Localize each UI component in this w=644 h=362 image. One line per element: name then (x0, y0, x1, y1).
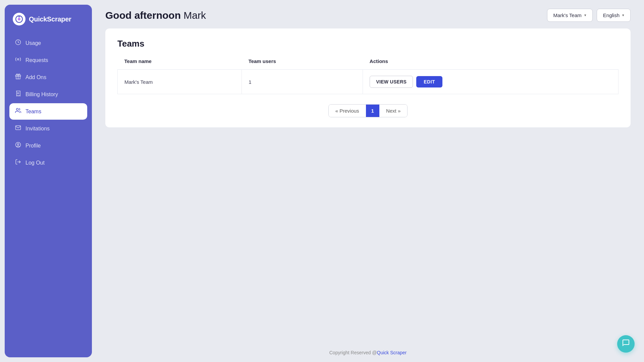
cell-actions: VIEW USERS EDIT (363, 70, 619, 94)
greeting-bold: Good afternoon (105, 10, 183, 21)
cell-team-users: 1 (242, 70, 363, 94)
next-button[interactable]: Next » (379, 105, 407, 117)
sidebar-item-invitations[interactable]: Invitations (9, 120, 87, 137)
col-team-name: Team name (118, 58, 242, 70)
view-users-button[interactable]: VIEW USERS (370, 76, 413, 88)
sidebar-item-usage-label: Usage (25, 40, 41, 46)
team-selector[interactable]: Mark's Team ▾ (547, 9, 593, 22)
chevron-down-icon: ▾ (584, 13, 586, 17)
gift-icon (15, 73, 21, 81)
clock-icon (15, 39, 21, 47)
sidebar-item-teams[interactable]: Teams (9, 103, 87, 120)
sidebar-item-billing[interactable]: Billing History (9, 86, 87, 103)
sidebar-item-addons[interactable]: Add Ons (9, 69, 87, 85)
chat-bubble[interactable] (617, 335, 635, 353)
team-selector-label: Mark's Team (553, 12, 582, 18)
sidebar-item-addons-label: Add Ons (25, 74, 46, 80)
svg-point-9 (16, 108, 18, 110)
sidebar-item-teams-label: Teams (25, 109, 41, 115)
sidebar-item-usage[interactable]: Usage (9, 35, 87, 51)
profile-icon (15, 142, 21, 149)
sidebar-item-billing-label: Billing History (25, 92, 58, 98)
svg-point-11 (17, 143, 19, 145)
pagination: « Previous 1 Next » (117, 104, 619, 117)
edit-button[interactable]: EDIT (416, 76, 442, 87)
sidebar-item-invitations-label: Invitations (25, 126, 50, 132)
gear-icon (15, 56, 21, 64)
greeting: Good afternoon Mark (105, 10, 206, 21)
svg-point-2 (18, 16, 20, 17)
teams-table: Team name Team users Actions Mark's Team… (117, 58, 619, 94)
pagination-nav: « Previous 1 Next » (328, 104, 408, 117)
mail-icon (15, 125, 21, 132)
receipt-icon (15, 90, 21, 98)
teams-icon (15, 108, 21, 115)
footer: Copyright Reserved @Quick Scraper (92, 343, 644, 362)
sidebar-item-profile-label: Profile (25, 143, 41, 149)
teams-card: Teams Team name Team users Actions Mark'… (105, 28, 631, 127)
page-header: Good afternoon Mark Mark's Team ▾ Englis… (92, 0, 644, 28)
header-controls: Mark's Team ▾ English ▾ (547, 9, 631, 22)
sidebar-item-logout[interactable]: Log Out (9, 155, 87, 171)
language-selector-label: English (603, 12, 620, 18)
page-title: Teams (117, 39, 619, 49)
main-content: Good afternoon Mark Mark's Team ▾ Englis… (92, 0, 644, 362)
language-selector[interactable]: English ▾ (597, 9, 631, 22)
logo-text: QuickScraper (29, 15, 71, 23)
sidebar-item-requests[interactable]: Requests (9, 52, 87, 68)
actions-group: VIEW USERS EDIT (370, 76, 611, 88)
cell-team-name: Mark's Team (118, 70, 242, 94)
sidebar-item-requests-label: Requests (25, 57, 48, 63)
greeting-name: Mark (183, 10, 206, 21)
chevron-down-icon-lang: ▾ (622, 13, 624, 17)
previous-button[interactable]: « Previous (329, 105, 366, 117)
sidebar-navigation: Usage Requests Add Ons Billing History T (5, 35, 92, 171)
sidebar-item-profile[interactable]: Profile (9, 137, 87, 154)
chat-icon (622, 339, 630, 349)
sidebar-logo: QuickScraper (5, 13, 92, 35)
logout-icon (15, 159, 21, 167)
col-actions: Actions (363, 58, 619, 70)
logo-icon (13, 13, 25, 25)
svg-point-1 (18, 18, 20, 20)
footer-link[interactable]: Quick Scraper (377, 350, 407, 355)
sidebar-item-logout-label: Log Out (25, 160, 45, 166)
footer-text: Copyright Reserved @ (329, 350, 377, 355)
col-team-users: Team users (242, 58, 363, 70)
sidebar: QuickScraper Usage Requests Add Ons Bi (5, 5, 92, 357)
page-1-button[interactable]: 1 (366, 105, 379, 117)
content-area: Teams Team name Team users Actions Mark'… (92, 28, 644, 343)
svg-point-4 (17, 59, 19, 60)
table-row: Mark's Team 1 VIEW USERS EDIT (118, 70, 619, 94)
